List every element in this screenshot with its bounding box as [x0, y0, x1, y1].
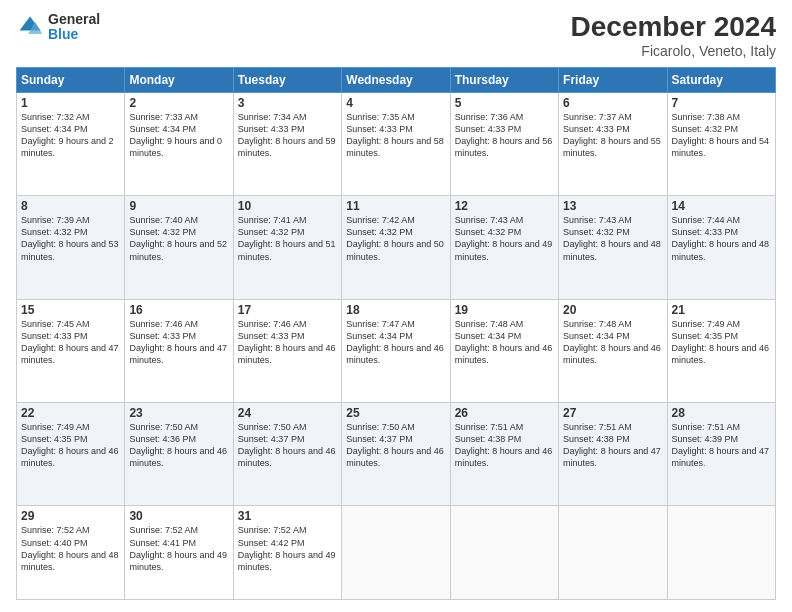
day-number: 25: [346, 406, 445, 420]
cell-info: Sunrise: 7:51 AMSunset: 4:38 PMDaylight:…: [455, 422, 553, 468]
day-number: 9: [129, 199, 228, 213]
day-header-thursday: Thursday: [450, 67, 558, 92]
calendar-cell: 3 Sunrise: 7:34 AMSunset: 4:33 PMDayligh…: [233, 92, 341, 195]
cell-info: Sunrise: 7:48 AMSunset: 4:34 PMDaylight:…: [563, 319, 661, 365]
calendar-cell: 31 Sunrise: 7:52 AMSunset: 4:42 PMDaylig…: [233, 506, 341, 600]
calendar-cell: 26 Sunrise: 7:51 AMSunset: 4:38 PMDaylig…: [450, 403, 558, 506]
calendar-cell: 11 Sunrise: 7:42 AMSunset: 4:32 PMDaylig…: [342, 196, 450, 299]
cell-info: Sunrise: 7:40 AMSunset: 4:32 PMDaylight:…: [129, 215, 227, 261]
logo-icon: [16, 13, 44, 41]
day-number: 10: [238, 199, 337, 213]
subtitle: Ficarolo, Veneto, Italy: [571, 43, 776, 59]
calendar-cell: 18 Sunrise: 7:47 AMSunset: 4:34 PMDaylig…: [342, 299, 450, 402]
main-title: December 2024: [571, 12, 776, 43]
cell-info: Sunrise: 7:34 AMSunset: 4:33 PMDaylight:…: [238, 112, 336, 158]
cell-info: Sunrise: 7:33 AMSunset: 4:34 PMDaylight:…: [129, 112, 222, 158]
calendar-cell: [342, 506, 450, 600]
cell-info: Sunrise: 7:52 AMSunset: 4:42 PMDaylight:…: [238, 525, 336, 571]
day-number: 16: [129, 303, 228, 317]
day-number: 14: [672, 199, 771, 213]
day-header-sunday: Sunday: [17, 67, 125, 92]
calendar-cell: 4 Sunrise: 7:35 AMSunset: 4:33 PMDayligh…: [342, 92, 450, 195]
calendar-cell: 28 Sunrise: 7:51 AMSunset: 4:39 PMDaylig…: [667, 403, 775, 506]
day-number: 4: [346, 96, 445, 110]
logo-general-text: General: [48, 12, 100, 27]
week-row-4: 22 Sunrise: 7:49 AMSunset: 4:35 PMDaylig…: [17, 403, 776, 506]
logo-text: General Blue: [48, 12, 100, 43]
calendar-cell: 29 Sunrise: 7:52 AMSunset: 4:40 PMDaylig…: [17, 506, 125, 600]
cell-info: Sunrise: 7:46 AMSunset: 4:33 PMDaylight:…: [129, 319, 227, 365]
calendar-cell: [559, 506, 667, 600]
cell-info: Sunrise: 7:41 AMSunset: 4:32 PMDaylight:…: [238, 215, 336, 261]
day-number: 29: [21, 509, 120, 523]
cell-info: Sunrise: 7:49 AMSunset: 4:35 PMDaylight:…: [672, 319, 770, 365]
calendar-cell: 16 Sunrise: 7:46 AMSunset: 4:33 PMDaylig…: [125, 299, 233, 402]
day-number: 11: [346, 199, 445, 213]
cell-info: Sunrise: 7:50 AMSunset: 4:36 PMDaylight:…: [129, 422, 227, 468]
calendar-cell: 25 Sunrise: 7:50 AMSunset: 4:37 PMDaylig…: [342, 403, 450, 506]
day-number: 30: [129, 509, 228, 523]
week-row-3: 15 Sunrise: 7:45 AMSunset: 4:33 PMDaylig…: [17, 299, 776, 402]
cell-info: Sunrise: 7:52 AMSunset: 4:41 PMDaylight:…: [129, 525, 227, 571]
day-number: 17: [238, 303, 337, 317]
calendar-cell: 24 Sunrise: 7:50 AMSunset: 4:37 PMDaylig…: [233, 403, 341, 506]
day-header-monday: Monday: [125, 67, 233, 92]
calendar-cell: 14 Sunrise: 7:44 AMSunset: 4:33 PMDaylig…: [667, 196, 775, 299]
cell-info: Sunrise: 7:51 AMSunset: 4:38 PMDaylight:…: [563, 422, 661, 468]
calendar-cell: 30 Sunrise: 7:52 AMSunset: 4:41 PMDaylig…: [125, 506, 233, 600]
calendar-cell: 27 Sunrise: 7:51 AMSunset: 4:38 PMDaylig…: [559, 403, 667, 506]
cell-info: Sunrise: 7:45 AMSunset: 4:33 PMDaylight:…: [21, 319, 119, 365]
calendar-cell: 1 Sunrise: 7:32 AMSunset: 4:34 PMDayligh…: [17, 92, 125, 195]
calendar-cell: 12 Sunrise: 7:43 AMSunset: 4:32 PMDaylig…: [450, 196, 558, 299]
cell-info: Sunrise: 7:50 AMSunset: 4:37 PMDaylight:…: [346, 422, 444, 468]
day-header-friday: Friday: [559, 67, 667, 92]
calendar-cell: 8 Sunrise: 7:39 AMSunset: 4:32 PMDayligh…: [17, 196, 125, 299]
cell-info: Sunrise: 7:48 AMSunset: 4:34 PMDaylight:…: [455, 319, 553, 365]
week-row-2: 8 Sunrise: 7:39 AMSunset: 4:32 PMDayligh…: [17, 196, 776, 299]
cell-info: Sunrise: 7:43 AMSunset: 4:32 PMDaylight:…: [563, 215, 661, 261]
cell-info: Sunrise: 7:32 AMSunset: 4:34 PMDaylight:…: [21, 112, 114, 158]
day-number: 19: [455, 303, 554, 317]
calendar-cell: 7 Sunrise: 7:38 AMSunset: 4:32 PMDayligh…: [667, 92, 775, 195]
week-row-1: 1 Sunrise: 7:32 AMSunset: 4:34 PMDayligh…: [17, 92, 776, 195]
cell-info: Sunrise: 7:35 AMSunset: 4:33 PMDaylight:…: [346, 112, 444, 158]
day-header-wednesday: Wednesday: [342, 67, 450, 92]
day-number: 2: [129, 96, 228, 110]
day-header-tuesday: Tuesday: [233, 67, 341, 92]
day-number: 12: [455, 199, 554, 213]
calendar-cell: [667, 506, 775, 600]
day-header-saturday: Saturday: [667, 67, 775, 92]
day-number: 27: [563, 406, 662, 420]
logo-blue-text: Blue: [48, 27, 100, 42]
calendar-cell: 13 Sunrise: 7:43 AMSunset: 4:32 PMDaylig…: [559, 196, 667, 299]
day-number: 8: [21, 199, 120, 213]
day-number: 26: [455, 406, 554, 420]
cell-info: Sunrise: 7:50 AMSunset: 4:37 PMDaylight:…: [238, 422, 336, 468]
day-number: 1: [21, 96, 120, 110]
cell-info: Sunrise: 7:44 AMSunset: 4:33 PMDaylight:…: [672, 215, 770, 261]
header-row: SundayMondayTuesdayWednesdayThursdayFrid…: [17, 67, 776, 92]
day-number: 21: [672, 303, 771, 317]
logo: General Blue: [16, 12, 100, 43]
calendar-cell: 15 Sunrise: 7:45 AMSunset: 4:33 PMDaylig…: [17, 299, 125, 402]
calendar-cell: 9 Sunrise: 7:40 AMSunset: 4:32 PMDayligh…: [125, 196, 233, 299]
calendar-cell: 10 Sunrise: 7:41 AMSunset: 4:32 PMDaylig…: [233, 196, 341, 299]
title-block: December 2024 Ficarolo, Veneto, Italy: [571, 12, 776, 59]
cell-info: Sunrise: 7:52 AMSunset: 4:40 PMDaylight:…: [21, 525, 119, 571]
cell-info: Sunrise: 7:36 AMSunset: 4:33 PMDaylight:…: [455, 112, 553, 158]
calendar-cell: 6 Sunrise: 7:37 AMSunset: 4:33 PMDayligh…: [559, 92, 667, 195]
cell-info: Sunrise: 7:46 AMSunset: 4:33 PMDaylight:…: [238, 319, 336, 365]
calendar-cell: 2 Sunrise: 7:33 AMSunset: 4:34 PMDayligh…: [125, 92, 233, 195]
cell-info: Sunrise: 7:39 AMSunset: 4:32 PMDaylight:…: [21, 215, 119, 261]
page: General Blue December 2024 Ficarolo, Ven…: [0, 0, 792, 612]
calendar-cell: 21 Sunrise: 7:49 AMSunset: 4:35 PMDaylig…: [667, 299, 775, 402]
cell-info: Sunrise: 7:37 AMSunset: 4:33 PMDaylight:…: [563, 112, 661, 158]
cell-info: Sunrise: 7:43 AMSunset: 4:32 PMDaylight:…: [455, 215, 553, 261]
cell-info: Sunrise: 7:49 AMSunset: 4:35 PMDaylight:…: [21, 422, 119, 468]
calendar-cell: 5 Sunrise: 7:36 AMSunset: 4:33 PMDayligh…: [450, 92, 558, 195]
day-number: 28: [672, 406, 771, 420]
calendar-cell: 19 Sunrise: 7:48 AMSunset: 4:34 PMDaylig…: [450, 299, 558, 402]
calendar-cell: [450, 506, 558, 600]
calendar-cell: 17 Sunrise: 7:46 AMSunset: 4:33 PMDaylig…: [233, 299, 341, 402]
week-row-5: 29 Sunrise: 7:52 AMSunset: 4:40 PMDaylig…: [17, 506, 776, 600]
